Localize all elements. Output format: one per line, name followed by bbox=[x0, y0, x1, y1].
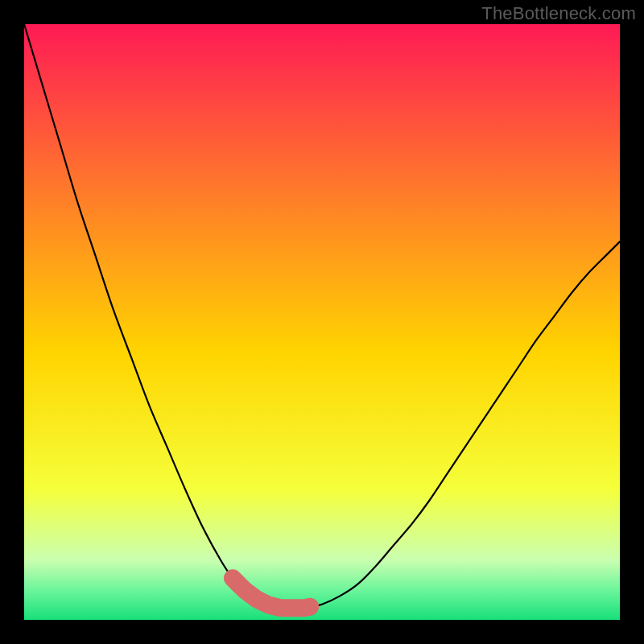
gradient-background bbox=[24, 24, 620, 620]
plot-area bbox=[24, 24, 620, 620]
chart-frame: TheBottleneck.com bbox=[0, 0, 644, 644]
watermark-text: TheBottleneck.com bbox=[481, 3, 636, 24]
bottleneck-chart bbox=[24, 24, 620, 620]
